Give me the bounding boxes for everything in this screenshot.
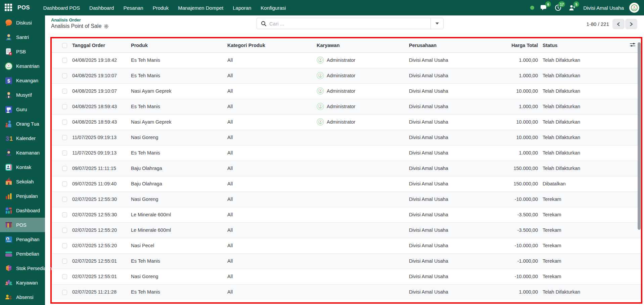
table-row[interactable]: 02/07/2025 12:55:20 Le Minerale 600ml Al… [52, 222, 641, 238]
company-name[interactable]: Divisi Amal Usaha [583, 5, 624, 11]
chat-icon[interactable]: 6 [540, 3, 548, 12]
menu-dashboard[interactable]: Dashboard [85, 1, 118, 15]
cell-tanggal-order: 02/07/2025 12:55:30 [69, 191, 127, 207]
table-row[interactable]: 04/08/2025 18:59:43 Nasi Ayam Geprek All… [52, 114, 641, 130]
row-checkbox[interactable] [62, 212, 67, 217]
col-kategori-produk[interactable]: Kategori Produk [223, 38, 313, 52]
cell-kategori-produk: All [223, 284, 313, 300]
table-row[interactable]: 11/07/2025 09:19:13 Es Teh Manis All Div… [52, 145, 641, 161]
row-checkbox[interactable] [62, 58, 67, 63]
row-checkbox[interactable] [62, 290, 67, 295]
menu-pesanan[interactable]: Pesanan [119, 1, 147, 15]
employees-icon [4, 278, 13, 287]
apps-grid-icon[interactable] [5, 4, 13, 12]
chevron-left-icon [616, 22, 620, 27]
row-checkbox[interactable] [62, 150, 67, 156]
sidebar-item-musyrif[interactable]: Musyrif [0, 88, 45, 102]
row-checkbox[interactable] [62, 135, 67, 140]
menu-konfigurasi[interactable]: Konfigurasi [257, 1, 290, 15]
row-checkbox[interactable] [62, 274, 67, 279]
table-row[interactable]: 02/07/2025 12:55:30 Nasi Goreng All Divi… [52, 191, 641, 207]
table-scrollbar[interactable] [638, 42, 641, 301]
cell-harga-total: -10.000,00 [506, 269, 540, 284]
sidebar-item-keamanan[interactable]: Keamanan [0, 145, 45, 160]
cell-produk: Nasi Ayam Geprek [127, 114, 223, 130]
menu-manajemen-dompet[interactable]: Manajemen Dompet [174, 1, 227, 15]
table-row[interactable]: 11/07/2025 09:19:13 Nasi Goreng All Divi… [52, 130, 641, 145]
row-checkbox[interactable] [62, 181, 67, 186]
breadcrumb-analisis-order[interactable]: Analisis Order [51, 17, 109, 23]
sidebar-item-kesantrian[interactable]: Kesantrian [0, 59, 45, 73]
pager-next-button[interactable] [625, 19, 637, 29]
user-avatar[interactable] [629, 3, 639, 13]
col-status[interactable]: Status [540, 38, 624, 52]
row-checkbox[interactable] [62, 259, 67, 264]
sidebar-item-sekolah[interactable]: Sekolah [0, 174, 45, 189]
scrollbar-thumb[interactable] [638, 42, 641, 230]
activity-clock-icon[interactable]: 17 [554, 3, 562, 12]
row-checkbox[interactable] [62, 89, 67, 94]
supervisor-icon [4, 91, 13, 99]
search-dropdown-toggle[interactable] [430, 18, 443, 29]
sidebar-item-santri[interactable]: Santri [0, 30, 45, 44]
sidebar-item-penjualan[interactable]: Penjualan [0, 189, 45, 203]
cell-status: Terekam [540, 222, 624, 238]
optional-columns-icon[interactable] [630, 42, 636, 47]
sidebar-item-karyawan[interactable]: Karyawan [0, 275, 45, 290]
row-checkbox[interactable] [62, 104, 67, 109]
table-row[interactable]: 09/07/2025 11:11:15 Baju Olahraga All Di… [52, 161, 641, 176]
menu-dashboard-pos[interactable]: Dashboard POS [39, 1, 84, 15]
cell-perusahaan: Divisi Amal Usaha [405, 145, 506, 161]
sidebar-item-diskusi[interactable]: Diskusi [0, 15, 45, 30]
wallet-person-icon[interactable]: $ 5 [568, 3, 577, 12]
table-row[interactable]: 02/07/2025 12:55:30 Le Minerale 600ml Al… [52, 207, 641, 222]
menu-produk[interactable]: Produk [149, 1, 173, 15]
sidebar-item-psb[interactable]: PSB [0, 44, 45, 59]
table-row[interactable]: 02/07/2025 12:55:01 Es Teh Manis All Div… [52, 253, 641, 269]
search-input[interactable] [269, 21, 430, 27]
sidebar-item-orang-tua[interactable]: Orang Tua [0, 117, 45, 131]
sidebar-item-guru[interactable]: Guru [0, 102, 45, 117]
cell-produk: Nasi Ayam Geprek [127, 83, 223, 99]
sidebar-item-pos[interactable]: POS [0, 218, 45, 232]
pager-prev-button[interactable] [612, 19, 625, 29]
cell-tanggal-order: 09/07/2025 11:09:40 [69, 176, 127, 191]
select-all-checkbox[interactable] [62, 43, 67, 48]
col-harga-total[interactable]: Harga Total [506, 38, 540, 52]
col-produk[interactable]: Produk [127, 38, 223, 52]
col-karyawan[interactable]: Karyawan [313, 38, 405, 52]
cell-produk: Nasi Pecel [127, 238, 223, 253]
row-checkbox[interactable] [62, 243, 67, 248]
cell-harga-total: 150.000,00 [506, 176, 540, 191]
sidebar-item-absensi[interactable]: Absensi [0, 290, 45, 304]
col-tanggal-order[interactable]: Tanggal Order [69, 38, 127, 52]
row-checkbox[interactable] [62, 73, 67, 78]
sidebar-item-pembelian[interactable]: Pembelian [0, 247, 45, 261]
sidebar-item-stok-persediaan[interactable]: Stok Persediaan [0, 261, 45, 275]
app-brand[interactable]: POS [17, 4, 30, 11]
row-checkbox[interactable] [62, 197, 67, 202]
sidebar-item-dashboard[interactable]: Dashboard [0, 203, 45, 218]
table-row[interactable]: 02/07/2025 12:55:01 Nasi Goreng All Divi… [52, 269, 641, 284]
sidebar-item-penagihan[interactable]: $ Penagihan [0, 232, 45, 247]
sidebar-item-kalender[interactable]: 31 Kalender [0, 131, 45, 145]
sidebar-item-keuangan[interactable]: $ Keuangan [0, 73, 45, 88]
menu-laporan[interactable]: Laporan [229, 1, 255, 15]
sidebar-item-kontak[interactable]: Kontak [0, 160, 45, 174]
table-row[interactable]: 02/07/2025 11:21:28 Es Teh Manis All Div… [52, 284, 641, 300]
table-row[interactable]: 04/08/2025 19:10:07 Nasi Ayam Geprek All… [52, 83, 641, 99]
table-row[interactable]: 09/07/2025 11:09:40 Baju Olahraga All Di… [52, 176, 641, 191]
table-row[interactable]: 02/07/2025 12:55:20 Nasi Pecel All Divis… [52, 238, 641, 253]
row-checkbox[interactable] [62, 120, 67, 125]
col-perusahaan[interactable]: Perusahaan [405, 38, 506, 52]
table-row[interactable]: 04/08/2025 19:10:07 Es Teh Manis All Adm… [52, 68, 641, 83]
table-row[interactable]: 04/08/2025 19:18:42 Es Teh Manis All Adm… [52, 52, 641, 68]
cell-harga-total: 150.000,00 [506, 161, 540, 176]
gear-icon[interactable] [104, 24, 109, 29]
table-row[interactable]: 04/08/2025 18:59:43 Es Teh Manis All Adm… [52, 99, 641, 114]
sales-chart-icon [4, 192, 13, 201]
row-checkbox[interactable] [62, 166, 67, 171]
cell-status: Terekam [540, 269, 624, 284]
row-checkbox[interactable] [62, 228, 67, 233]
orders-table-region: Tanggal Order Produk Kategori Produk Kar… [50, 37, 642, 304]
